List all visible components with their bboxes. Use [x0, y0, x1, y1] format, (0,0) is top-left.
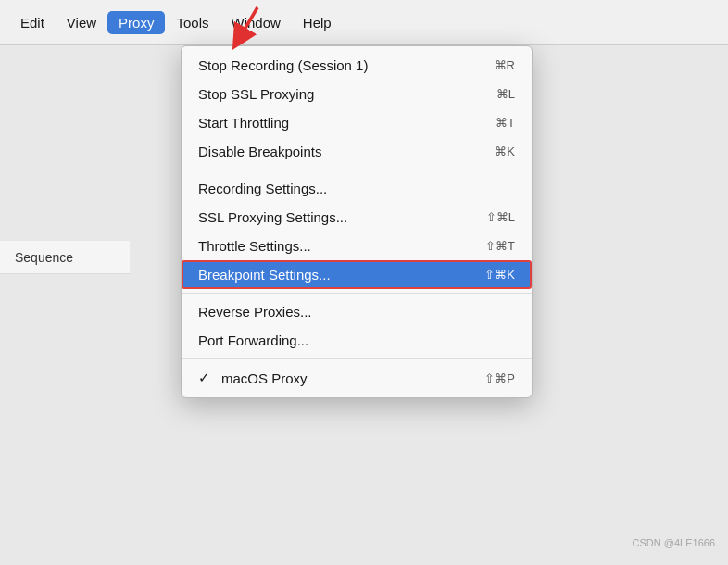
- menu-item-breakpoint-settings[interactable]: Breakpoint Settings... ⇧⌘K: [182, 260, 532, 289]
- menu-item-reverse-proxies[interactable]: Reverse Proxies...: [182, 297, 532, 326]
- sequence-label: Sequence: [0, 241, 130, 274]
- menu-item-macos-proxy[interactable]: ✓ macOS Proxy ⇧⌘P: [182, 363, 532, 393]
- checkmark-icon: ✓: [198, 370, 210, 386]
- menu-item-ssl-settings[interactable]: SSL Proxying Settings... ⇧⌘L: [182, 203, 532, 232]
- menu-item-throttle-settings[interactable]: Throttle Settings... ⇧⌘T: [182, 232, 532, 260]
- menubar-item-help[interactable]: Help: [292, 11, 343, 34]
- menubar-item-tools[interactable]: Tools: [165, 11, 220, 34]
- menubar-item-edit[interactable]: Edit: [9, 11, 56, 34]
- separator-1: [182, 170, 532, 170]
- menu-item-start-throttling[interactable]: Start Throttling ⌘T: [182, 108, 532, 137]
- menu-item-stop-ssl[interactable]: Stop SSL Proxying ⌘L: [182, 80, 532, 108]
- menu-item-recording-settings[interactable]: Recording Settings...: [182, 174, 532, 203]
- menubar-item-window[interactable]: Window: [220, 11, 291, 34]
- menubar: Edit View Proxy Tools Window Help: [0, 0, 728, 45]
- menubar-item-proxy[interactable]: Proxy: [107, 11, 165, 34]
- separator-3: [182, 358, 532, 359]
- separator-2: [182, 293, 532, 294]
- menu-item-port-forwarding[interactable]: Port Forwarding...: [182, 326, 532, 355]
- watermark: CSDN @4LE1666: [633, 537, 715, 548]
- proxy-dropdown-menu: Stop Recording (Session 1) ⌘R Stop SSL P…: [181, 45, 533, 398]
- menu-item-disable-breakpoints[interactable]: Disable Breakpoints ⌘K: [182, 137, 532, 166]
- menubar-item-view[interactable]: View: [56, 11, 107, 34]
- menu-item-stop-recording[interactable]: Stop Recording (Session 1) ⌘R: [182, 51, 532, 80]
